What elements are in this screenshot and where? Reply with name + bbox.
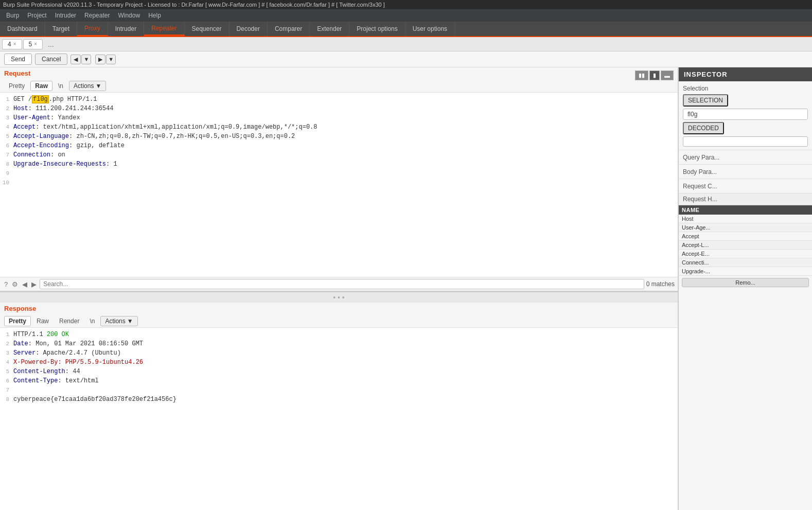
request-actions-dropdown[interactable]: Actions ▼ — [69, 81, 106, 91]
view-mode-split-btn[interactable]: ▮▮ — [635, 71, 648, 80]
response-section: Response Pretty Raw Render \n Actions ▼ … — [0, 303, 678, 510]
menu-burp[interactable]: Burp — [2, 11, 23, 20]
request-section: ▮▮ ▮ ▬ Request Pretty Raw \n Actions ▼ 1 — [0, 67, 678, 292]
response-line-3: 3 Server: Apache/2.4.7 (Ubuntu) — [2, 348, 676, 358]
response-line-8: 8 cyberpeace{e71caa1da6bf20ad378fe20ef21… — [2, 395, 676, 404]
next-dropdown-button[interactable]: ▼ — [106, 55, 116, 64]
tab-decoder[interactable]: Decoder — [230, 22, 268, 36]
tab-sequencer[interactable]: Sequencer — [185, 22, 230, 36]
tab-repeater[interactable]: Repeater — [144, 22, 184, 36]
repeater-tab-4[interactable]: 4 × — [2, 39, 22, 49]
inspector-body-title: Body Para... — [683, 167, 808, 177]
request-line-5: 5 Accept-Language: zh-CN,zh;q=0.8,zh-TW;… — [2, 132, 676, 141]
tab-comparer[interactable]: Comparer — [268, 22, 310, 36]
menu-project[interactable]: Project — [23, 11, 50, 20]
menu-help[interactable]: Help — [144, 11, 165, 20]
request-matches-label: 0 matches — [646, 280, 675, 288]
request-line-8: 8 Upgrade-Insecure-Requests: 1 — [2, 160, 676, 169]
inspector-header-upgrade: Upgrade-... — [679, 267, 812, 276]
request-search-help-icon[interactable]: ? — [3, 279, 9, 289]
close-tab-4-icon[interactable]: × — [13, 41, 16, 47]
view-mode-single-btn[interactable]: ▮ — [649, 71, 660, 80]
inspector-header-row-connection: Connecti... — [679, 258, 812, 267]
tab-user-options[interactable]: User options — [405, 22, 455, 36]
inspector-header-connection: Connecti... — [679, 258, 812, 267]
response-title: Response — [4, 305, 674, 312]
response-actions-chevron-icon: ▼ — [127, 318, 133, 325]
repeater-tab-5[interactable]: 5 × — [23, 39, 43, 49]
repeater-tab-bar: 4 × 5 × ... — [0, 37, 812, 51]
inspector-header-host: Host — [679, 215, 812, 223]
main-area: ▮▮ ▮ ▬ Request Pretty Raw \n Actions ▼ 1 — [0, 67, 812, 510]
prev-button[interactable]: ◀ — [70, 55, 81, 64]
response-tab-raw[interactable]: Raw — [32, 316, 54, 326]
request-line-2: 2 Host: 111.200.241.244:36544 — [2, 104, 676, 113]
tab-dashboard[interactable]: Dashboard — [0, 22, 45, 36]
menu-window[interactable]: Window — [114, 11, 144, 20]
cancel-button[interactable]: Cancel — [35, 54, 67, 65]
tab-project-options[interactable]: Project options — [349, 22, 405, 36]
request-search-next-icon[interactable]: ▶ — [30, 279, 38, 289]
inspector-header-useragent: User-Age... — [679, 223, 812, 232]
tab-extender[interactable]: Extender — [310, 22, 349, 36]
inspector-headers-section: Request H... NAME Host User-Age... Accep… — [679, 194, 812, 510]
response-actions-dropdown[interactable]: Actions ▼ — [100, 316, 137, 326]
nav-buttons: ◀ ▼ — [70, 55, 91, 64]
menu-bar: Burp Project Intruder Repeater Window He… — [0, 9, 812, 22]
request-search-settings-icon[interactable]: ⚙ — [11, 279, 19, 289]
inspector-header-row-host: Host — [679, 215, 812, 223]
request-search-input[interactable] — [40, 279, 644, 289]
request-line-3: 3 User-Agent: Yandex — [2, 113, 676, 122]
request-tab-pretty[interactable]: Pretty — [4, 81, 29, 91]
actions-label: Actions — [74, 82, 94, 90]
inspector-header-row-useragent: User-Age... — [679, 223, 812, 232]
repeater-toolbar: Send Cancel ◀ ▼ ▶ ▼ — [0, 51, 812, 67]
request-editor-tabs: Pretty Raw \n Actions ▼ — [0, 80, 678, 93]
inspector-decoded-value — [683, 136, 808, 147]
tab-proxy[interactable]: Proxy — [77, 22, 108, 36]
send-button[interactable]: Send — [4, 54, 32, 65]
request-line-9: 9 — [2, 169, 676, 178]
response-actions-label: Actions — [105, 318, 125, 325]
request-tab-raw[interactable]: Raw — [30, 81, 52, 91]
request-tab-newline[interactable]: \n — [54, 81, 68, 91]
title-text: Burp Suite Professional v2020.11.3 - Tem… — [3, 2, 385, 8]
inspector-headers-table: NAME Host User-Age... Accept Accept-L... — [679, 205, 812, 276]
response-tab-render[interactable]: Render — [55, 316, 84, 326]
remove-header-button[interactable]: Remo... — [682, 278, 809, 287]
prev-dropdown-button[interactable]: ▼ — [81, 55, 91, 64]
next-button[interactable]: ▶ — [95, 55, 105, 64]
request-line-4: 4 Accept: text/html,application/xhtml+xm… — [2, 122, 676, 132]
request-search-prev-icon[interactable]: ◀ — [21, 279, 28, 289]
response-line-6: 6 Content-Type: text/html — [2, 376, 676, 385]
panel-divider[interactable]: • • • — [0, 292, 678, 303]
nav-tab-bar: Dashboard Target Proxy Intruder Repeater… — [0, 22, 812, 37]
inspector-header-row-accept: Accept — [679, 232, 812, 241]
repeater-tab-more[interactable]: ... — [44, 39, 58, 49]
menu-repeater[interactable]: Repeater — [80, 11, 114, 20]
inspector-headers-title: Request H... — [679, 194, 812, 205]
forward-nav-buttons: ▶ ▼ — [95, 55, 116, 64]
request-line-6: 6 Accept-Encoding: gzip, deflate — [2, 141, 676, 150]
request-code-editor[interactable]: 1 GET /fl0g.php HTTP/1.1 2 Host: 111.200… — [0, 93, 678, 277]
response-tab-newline[interactable]: \n — [85, 316, 99, 326]
request-header: Request — [0, 67, 678, 80]
tab-label-4: 4 — [8, 41, 11, 48]
response-header: Response — [0, 303, 678, 315]
inspector-selection-button[interactable]: SELECTION — [683, 94, 728, 107]
response-tab-pretty[interactable]: Pretty — [4, 316, 31, 326]
close-tab-5-icon[interactable]: × — [34, 41, 37, 47]
tab-target[interactable]: Target — [45, 22, 77, 36]
inspector-header-acceptenc: Accept-E... — [679, 250, 812, 258]
request-line-7: 7 Connection: on — [2, 150, 676, 160]
request-line-10: 10 — [2, 178, 676, 187]
menu-intruder[interactable]: Intruder — [51, 11, 80, 20]
response-line-7: 7 — [2, 385, 676, 395]
view-mode-wide-btn[interactable]: ▬ — [661, 71, 674, 80]
response-code-editor[interactable]: 1 HTTP/1.1 200 OK 2 Date: Mon, 01 Mar 20… — [0, 328, 678, 510]
inspector-header-acceptlang: Accept-L... — [679, 241, 812, 250]
response-line-5: 5 Content-Length: 44 — [2, 367, 676, 376]
inspector-selection-section: Selection SELECTION fl0g DECODED — [679, 81, 812, 150]
tab-intruder[interactable]: Intruder — [108, 22, 144, 36]
inspector-decoded-button[interactable]: DECODED — [683, 122, 724, 134]
